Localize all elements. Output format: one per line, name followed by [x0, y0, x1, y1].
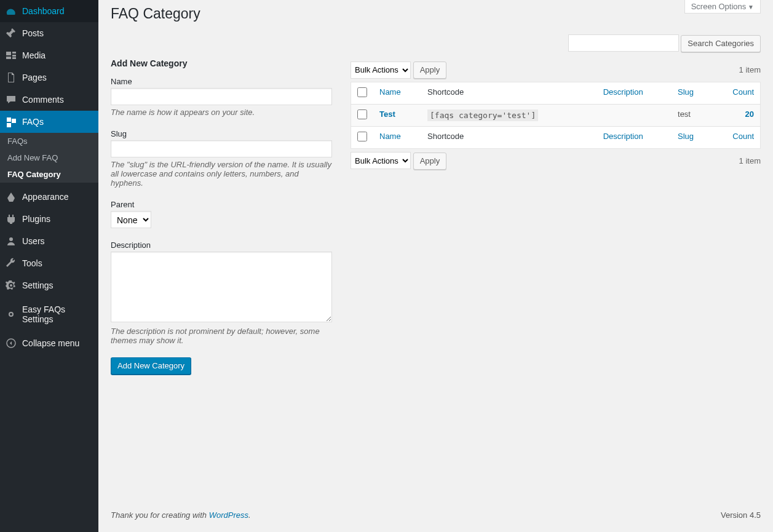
- col-shortcode-foot: Shortcode: [421, 127, 597, 149]
- search-input[interactable]: [568, 34, 679, 52]
- sidebar-item-comments[interactable]: Comments: [0, 89, 98, 111]
- admin-sidebar: Dashboard Posts Media Pages Comments FAQ…: [0, 0, 98, 532]
- description-desc: The description is not prominent by defa…: [111, 327, 332, 345]
- category-table: Name Shortcode Description Slug Count Te…: [351, 82, 761, 149]
- sidebar-item-pages[interactable]: Pages: [0, 66, 98, 89]
- sidebar-item-easy-faqs-settings[interactable]: Easy FAQs Settings: [0, 300, 98, 329]
- slug-label: Slug: [111, 129, 332, 138]
- sidebar-collapse[interactable]: Collapse menu: [0, 332, 98, 354]
- sidebar-item-plugins[interactable]: Plugins: [0, 208, 98, 230]
- submenu-add-new-faq[interactable]: Add New FAQ: [0, 149, 98, 166]
- select-all-top[interactable]: [357, 87, 367, 97]
- bulk-actions-top-select[interactable]: Bulk Actions: [351, 62, 411, 79]
- sidebar-item-appearance[interactable]: Appearance: [0, 186, 98, 208]
- col-description[interactable]: Description: [603, 87, 643, 97]
- row-checkbox[interactable]: [357, 109, 367, 119]
- media-icon: [5, 49, 17, 62]
- apply-top-button[interactable]: Apply: [413, 62, 447, 79]
- col-shortcode: Shortcode: [421, 82, 597, 105]
- name-input[interactable]: [111, 88, 332, 105]
- sidebar-item-users[interactable]: Users: [0, 230, 98, 252]
- tools-icon: [5, 257, 17, 269]
- submenu-faq-category[interactable]: FAQ Category: [0, 166, 98, 183]
- row-count-link[interactable]: 20: [745, 109, 754, 119]
- col-name-foot[interactable]: Name: [379, 132, 401, 141]
- col-name[interactable]: Name: [379, 87, 401, 97]
- add-new-category-button[interactable]: Add New Category: [111, 357, 191, 375]
- page-title: FAQ Category: [111, 0, 761, 34]
- settings-icon: [5, 279, 17, 292]
- wordpress-link[interactable]: WordPress: [209, 510, 248, 520]
- submenu-faqs[interactable]: FAQs: [0, 133, 98, 149]
- parent-label: Parent: [111, 200, 332, 209]
- apply-bottom-button[interactable]: Apply: [413, 153, 447, 170]
- row-name-link[interactable]: Test: [379, 109, 395, 119]
- plugin-icon: [5, 213, 17, 225]
- col-slug-foot[interactable]: Slug: [678, 132, 694, 141]
- main-content: Screen Options FAQ Category Search Categ…: [98, 0, 773, 532]
- name-desc: The name is how it appears on your site.: [111, 108, 332, 117]
- category-list: Bulk Actions Apply 1 item Name Shortcode…: [351, 58, 761, 493]
- users-icon: [5, 235, 17, 247]
- description-textarea[interactable]: [111, 252, 332, 322]
- search-box: Search Categories: [111, 34, 761, 52]
- sidebar-item-settings[interactable]: Settings: [0, 274, 98, 296]
- faq-icon: [5, 116, 17, 128]
- footer-thanks-post: .: [248, 510, 251, 520]
- admin-footer: Thank you for creating with WordPress. V…: [111, 492, 761, 520]
- select-all-bottom[interactable]: [357, 132, 367, 141]
- sidebar-item-faqs[interactable]: FAQs: [0, 111, 98, 133]
- gear-icon: [5, 308, 17, 320]
- row-slug: test: [672, 105, 712, 127]
- description-label: Description: [111, 240, 332, 250]
- comment-icon: [5, 93, 17, 106]
- bulk-actions-bottom-select[interactable]: Bulk Actions: [351, 152, 411, 169]
- sidebar-item-posts[interactable]: Posts: [0, 22, 98, 44]
- sidebar-item-tools[interactable]: Tools: [0, 252, 98, 274]
- form-heading: Add New Category: [111, 58, 332, 68]
- svg-point-0: [9, 237, 13, 241]
- collapse-icon: [5, 337, 17, 349]
- pin-icon: [5, 27, 17, 39]
- row-description: [597, 105, 672, 127]
- version-label: Version 4.5: [721, 510, 761, 520]
- row-shortcode: [faqs category='test']: [427, 109, 538, 121]
- item-count-bottom: 1 item: [739, 156, 761, 165]
- sidebar-item-media[interactable]: Media: [0, 44, 98, 66]
- page-icon: [5, 71, 17, 84]
- item-count-top: 1 item: [739, 65, 761, 74]
- faqs-submenu: FAQs Add New FAQ FAQ Category: [0, 133, 98, 183]
- add-category-form: Add New Category Name The name is how it…: [111, 58, 332, 493]
- search-categories-button[interactable]: Search Categories: [681, 35, 761, 52]
- col-description-foot[interactable]: Description: [603, 132, 643, 141]
- table-row: Test [faqs category='test'] test 20: [351, 105, 761, 127]
- sidebar-item-dashboard[interactable]: Dashboard: [0, 0, 98, 22]
- col-slug[interactable]: Slug: [678, 87, 694, 97]
- screen-options-toggle[interactable]: Screen Options: [684, 0, 761, 14]
- dashboard-icon: [5, 5, 17, 17]
- name-label: Name: [111, 77, 332, 86]
- slug-desc: The "slug" is the URL-friendly version o…: [111, 160, 332, 188]
- col-count[interactable]: Count: [732, 87, 754, 97]
- parent-select[interactable]: None: [111, 211, 151, 228]
- col-count-foot[interactable]: Count: [732, 132, 754, 141]
- slug-input[interactable]: [111, 140, 332, 157]
- footer-thanks-pre: Thank you for creating with: [111, 510, 209, 520]
- appearance-icon: [5, 191, 17, 203]
